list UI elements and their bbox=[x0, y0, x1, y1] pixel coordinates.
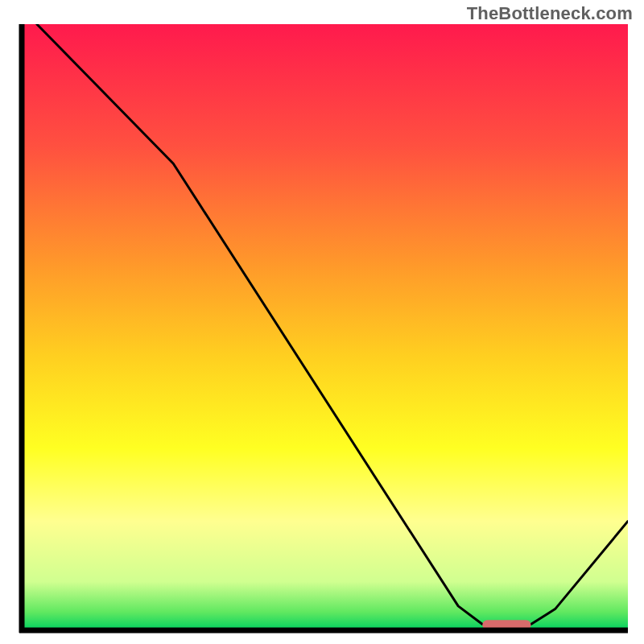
bottleneck-chart bbox=[16, 24, 628, 636]
gradient-background bbox=[22, 24, 628, 630]
attribution-text: TheBottleneck.com bbox=[467, 3, 633, 24]
chart-container: TheBottleneck.com bbox=[0, 0, 644, 644]
